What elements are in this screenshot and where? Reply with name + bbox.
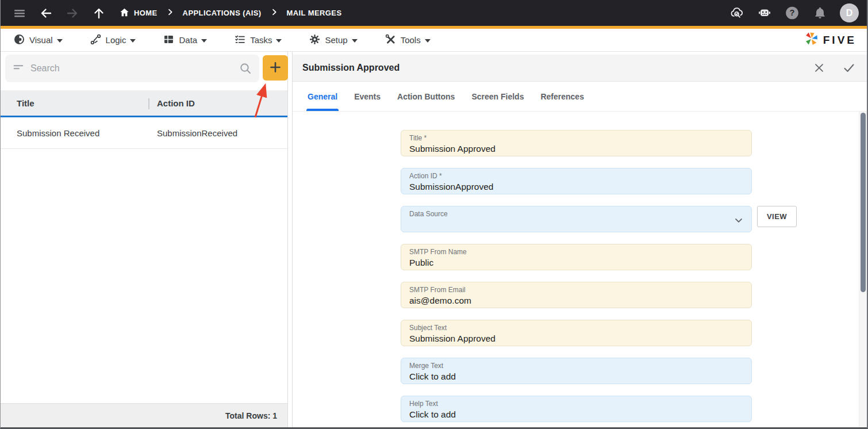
tab-references[interactable]: References — [539, 82, 585, 111]
field-value: Click to add — [409, 409, 728, 420]
page-title: Submission Approved — [302, 63, 812, 73]
svg-text:?: ? — [790, 8, 795, 17]
five-pinwheel-icon — [804, 32, 819, 48]
menu-data[interactable]: Data — [163, 33, 207, 47]
smtp-from-email-field[interactable]: SMTP From Email ais@demo.com — [401, 282, 752, 308]
up-arrow-icon[interactable] — [91, 6, 106, 21]
list-footer: Total Rows: 1 — [1, 403, 287, 427]
bot-icon[interactable] — [757, 6, 772, 21]
field-label: Action ID * — [409, 172, 728, 180]
brand-wordmark: FIVE — [823, 34, 857, 47]
menu-bar: Visual Logic Data Tasks — [1, 29, 867, 52]
subject-text-field[interactable]: Subject Text Submission Approved — [401, 320, 752, 346]
table-icon — [163, 33, 175, 47]
row-title-cell: Submission Received — [17, 128, 157, 138]
menu-setup[interactable]: Setup — [309, 33, 357, 47]
gear-icon — [309, 33, 321, 47]
record-detail-panel: Submission Approved General Events Actio… — [292, 52, 867, 427]
top-bar: HOME APPLICATIONS (AIS) MAIL MERGES — [1, 0, 867, 29]
branch-icon — [90, 33, 102, 47]
menu-tools[interactable]: Tools — [385, 33, 431, 47]
field-label: Merge Text — [409, 362, 728, 370]
view-button[interactable]: VIEW — [757, 206, 797, 227]
close-icon[interactable] — [812, 60, 827, 75]
save-check-icon[interactable] — [842, 60, 857, 75]
field-label: Data Source — [409, 210, 728, 218]
search-bar — [5, 55, 259, 82]
search-input[interactable] — [30, 63, 203, 74]
breadcrumb-applications[interactable]: APPLICATIONS (AIS) — [183, 9, 262, 17]
chevron-right-icon — [166, 7, 175, 19]
home-icon — [119, 7, 130, 20]
field-value: Click to add — [409, 371, 728, 382]
plus-icon — [268, 60, 283, 76]
mail-merge-list-panel: Title Action ID Submission Received Subm… — [1, 52, 288, 427]
breadcrumb: HOME APPLICATIONS (AIS) MAIL MERGES — [119, 7, 341, 20]
detail-tabs: General Events Action Buttons Screen Fie… — [293, 82, 867, 112]
chevron-down-icon — [276, 39, 282, 43]
cloud-search-icon[interactable] — [729, 6, 744, 21]
column-header-title[interactable]: Title — [17, 98, 144, 108]
help-icon[interactable]: ? — [785, 6, 800, 21]
field-label: Subject Text — [409, 324, 728, 332]
back-arrow-icon[interactable] — [39, 6, 53, 21]
field-value: Submission Approved — [409, 333, 728, 344]
data-source-field[interactable]: Data Source — [401, 206, 752, 232]
column-divider — [148, 98, 149, 109]
tab-action-buttons[interactable]: Action Buttons — [396, 82, 456, 111]
add-record-button[interactable] — [263, 55, 288, 81]
chevron-down-icon — [352, 39, 358, 43]
menu-logic[interactable]: Logic — [90, 33, 136, 47]
chevron-down-icon — [57, 39, 63, 43]
chevron-right-icon — [270, 7, 279, 19]
tab-screen-fields[interactable]: Screen Fields — [470, 82, 525, 111]
topbar-right-icons: ? D — [729, 3, 859, 22]
field-label: Title * — [409, 134, 728, 142]
field-value: Submission Approved — [409, 143, 728, 155]
avatar[interactable]: D — [840, 3, 859, 22]
table-row[interactable]: Submission Received SubmissionReceived — [1, 117, 287, 149]
notifications-icon[interactable] — [812, 6, 827, 21]
menu-visual[interactable]: Visual — [13, 33, 63, 47]
eye-icon — [13, 33, 25, 47]
breadcrumb-mail-merges[interactable]: MAIL MERGES — [287, 9, 342, 17]
chevron-down-icon — [130, 39, 136, 43]
field-value: ais@demo.com — [409, 295, 728, 307]
nav-buttons — [12, 6, 106, 21]
forward-arrow-icon[interactable] — [65, 6, 80, 21]
hamburger-menu-icon[interactable] — [12, 6, 27, 21]
tab-general[interactable]: General — [306, 82, 339, 111]
smtp-from-name-field[interactable]: SMTP From Name Public — [401, 244, 752, 270]
field-value: Public — [409, 257, 728, 269]
field-label: SMTP From Name — [409, 248, 728, 256]
filter-icon[interactable] — [12, 61, 25, 76]
general-tab-form: Title * Submission Approved Action ID * … — [293, 112, 867, 427]
chevron-down-icon — [425, 39, 431, 43]
merge-text-field[interactable]: Merge Text Click to add — [401, 358, 752, 384]
scrollbar-track[interactable] — [859, 112, 867, 427]
field-label: SMTP From Email — [409, 286, 728, 294]
scrollbar-thumb[interactable] — [861, 113, 866, 292]
tools-icon — [385, 33, 397, 47]
tab-events[interactable]: Events — [353, 82, 382, 111]
chevron-down-icon — [201, 39, 207, 43]
five-logo: FIVE — [804, 32, 857, 48]
app-window: HOME APPLICATIONS (AIS) MAIL MERGES — [0, 0, 868, 429]
list-table-header: Title Action ID — [1, 90, 287, 117]
search-icon[interactable] — [239, 62, 252, 78]
action-id-field[interactable]: Action ID * SubmissionApproved — [401, 168, 752, 194]
list-empty-space — [1, 149, 287, 403]
field-label: Help Text — [409, 400, 728, 408]
checklist-icon — [234, 33, 246, 47]
field-value: SubmissionApproved — [409, 181, 728, 193]
help-text-field[interactable]: Help Text Click to add — [401, 396, 752, 422]
detail-header: Submission Approved — [293, 55, 867, 82]
breadcrumb-home[interactable]: HOME — [119, 7, 158, 20]
row-action-id-cell: SubmissionReceived — [157, 128, 237, 138]
content-area: Title Action ID Submission Received Subm… — [1, 52, 867, 427]
total-rows-label: Total Rows: 1 — [225, 411, 277, 420]
chevron-down-icon[interactable] — [733, 215, 744, 228]
title-field[interactable]: Title * Submission Approved — [401, 130, 752, 156]
column-header-action-id[interactable]: Action ID — [157, 98, 195, 108]
menu-tasks[interactable]: Tasks — [234, 33, 282, 47]
